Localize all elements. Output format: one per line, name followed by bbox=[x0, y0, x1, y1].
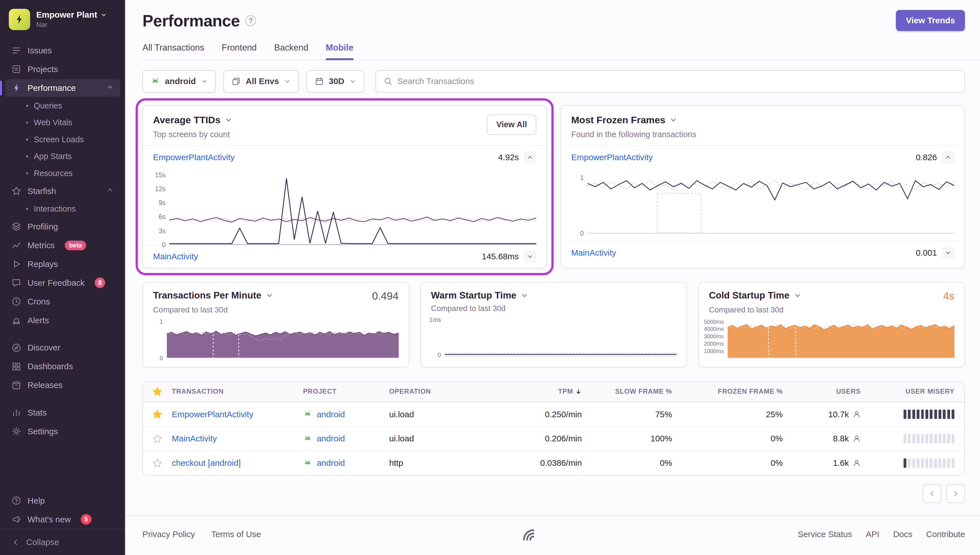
project-link[interactable]: android bbox=[317, 434, 345, 443]
chevron-left-icon bbox=[928, 490, 936, 497]
next-page-button[interactable] bbox=[946, 484, 965, 503]
search-input[interactable] bbox=[397, 76, 957, 86]
megaphone-icon bbox=[11, 514, 21, 525]
transaction-link[interactable]: EmpowerPlantActivity bbox=[172, 409, 254, 419]
y-axis-labels: 15s12s9s6s3s0 bbox=[148, 172, 169, 245]
terms-of-use-link[interactable]: Terms of Use bbox=[211, 529, 261, 539]
project-link[interactable]: android bbox=[317, 409, 345, 419]
tab-backend[interactable]: Backend bbox=[274, 43, 308, 59]
android-icon bbox=[151, 77, 160, 86]
sidebar-item-resources[interactable]: Resources bbox=[0, 165, 125, 181]
transaction-link[interactable]: EmpowerPlantActivity bbox=[153, 152, 235, 162]
sidebar-item-releases[interactable]: Releases bbox=[5, 376, 120, 394]
panel-title-dropdown[interactable]: Average TTIDs bbox=[153, 114, 233, 125]
transaction-summary-row: MainActivity 145.68ms bbox=[143, 245, 546, 268]
transaction-link[interactable]: EmpowerPlantActivity bbox=[571, 152, 653, 162]
contribute-link[interactable]: Contribute bbox=[926, 529, 965, 539]
sidebar-item-web-vitals[interactable]: Web Vitals bbox=[0, 114, 125, 131]
expand-chevron-button[interactable] bbox=[524, 250, 536, 263]
cold-startup-time-panel: Cold Startup Time 4s Compared to last 30… bbox=[698, 282, 965, 367]
sidebar-item-help[interactable]: Help bbox=[5, 492, 120, 510]
sidebar-item-dashboards[interactable]: Dashboards bbox=[5, 358, 120, 375]
panel-title-dropdown[interactable]: Cold Startup Time bbox=[709, 290, 801, 301]
sidebar-collapse-button[interactable]: Collapse bbox=[0, 529, 125, 555]
sidebar-item-screen-loads[interactable]: Screen Loads bbox=[0, 131, 125, 148]
sidebar-item-discover[interactable]: Discover bbox=[5, 339, 120, 357]
tab-all-transactions[interactable]: All Transactions bbox=[142, 43, 204, 59]
column-header-user-misery[interactable]: USER MISERY bbox=[861, 388, 954, 395]
chevron-up-icon bbox=[945, 154, 951, 161]
view-all-button[interactable]: View All bbox=[487, 114, 536, 135]
transaction-link[interactable]: MainActivity bbox=[571, 248, 616, 258]
sidebar-item-alerts[interactable]: Alerts bbox=[5, 311, 120, 329]
user-misery-bars bbox=[861, 459, 954, 468]
expand-chevron-button[interactable] bbox=[942, 247, 954, 259]
tpm-cell: 0.0386/min bbox=[487, 458, 582, 468]
tab-frontend[interactable]: Frontend bbox=[222, 43, 257, 59]
panel-title-dropdown[interactable]: Most Frozen Frames bbox=[571, 114, 696, 125]
column-header-tpm[interactable]: TPM bbox=[487, 388, 582, 395]
user-misery-bars bbox=[861, 434, 954, 443]
org-subtitle: Nar bbox=[36, 21, 108, 29]
column-header-project[interactable]: PROJECT bbox=[303, 388, 389, 395]
column-header-slow-frame[interactable]: SLOW FRAME % bbox=[582, 388, 672, 395]
sidebar-item-projects[interactable]: Projects bbox=[5, 61, 120, 78]
column-header-transaction[interactable]: TRANSACTION bbox=[172, 388, 303, 395]
transaction-link[interactable]: MainActivity bbox=[153, 252, 198, 261]
sidebar-item-whats-new[interactable]: What's new 5 bbox=[5, 511, 120, 528]
date-range-dropdown[interactable]: 30D bbox=[306, 70, 365, 93]
environment-filter-dropdown[interactable]: All Envs bbox=[223, 70, 299, 93]
previous-page-button[interactable] bbox=[922, 484, 941, 503]
star-toggle[interactable] bbox=[143, 434, 172, 444]
panel-title-dropdown[interactable]: Warm Startup Time bbox=[431, 290, 528, 301]
sidebar-item-stats[interactable]: Stats bbox=[5, 404, 120, 422]
project-link[interactable]: android bbox=[317, 458, 345, 468]
column-header-frozen-frame[interactable]: FROZEN FRAME % bbox=[672, 388, 783, 395]
users-cell: 1.6k bbox=[783, 458, 861, 468]
transaction-link[interactable]: checkout [android] bbox=[172, 458, 241, 467]
sort-desc-icon bbox=[575, 388, 582, 395]
sidebar-item-issues[interactable]: Issues bbox=[5, 42, 120, 59]
column-header-users[interactable]: USERS bbox=[783, 388, 861, 395]
collapse-chevron-button[interactable] bbox=[524, 151, 536, 164]
chevron-down-icon bbox=[349, 78, 356, 85]
transaction-summary-row: EmpowerPlantActivity 4.92s bbox=[143, 146, 546, 168]
star-toggle[interactable] bbox=[143, 409, 172, 419]
sidebar-item-replays[interactable]: Replays bbox=[5, 255, 120, 273]
api-link[interactable]: API bbox=[866, 529, 879, 539]
user-misery-bars bbox=[861, 409, 954, 419]
sidebar-item-metrics[interactable]: Metrics beta bbox=[5, 237, 120, 254]
org-switcher[interactable]: Empower Plant Nar bbox=[0, 0, 125, 36]
column-header-operation[interactable]: OPERATION bbox=[389, 388, 487, 395]
slow-frame-cell: 75% bbox=[582, 409, 672, 419]
sidebar-item-interactions[interactable]: Interactions bbox=[0, 201, 125, 217]
y-axis-labels: 1ms0 bbox=[424, 318, 445, 357]
sidebar-item-settings[interactable]: Settings bbox=[5, 423, 120, 440]
sidebar-item-queries[interactable]: Queries bbox=[0, 98, 125, 114]
star-toggle[interactable] bbox=[143, 458, 172, 468]
help-tooltip-icon[interactable]: ? bbox=[245, 15, 256, 26]
panel-subtitle: Compared to last 30d bbox=[421, 301, 686, 313]
panel-title-dropdown[interactable]: Transactions Per Minute bbox=[153, 290, 273, 301]
frozen-frame-cell: 25% bbox=[672, 409, 783, 419]
docs-link[interactable]: Docs bbox=[893, 529, 913, 539]
sidebar-item-user-feedback[interactable]: User Feedback 8 bbox=[5, 274, 120, 292]
content-area: android All Envs 30D bbox=[125, 60, 980, 515]
chevron-down-icon bbox=[521, 292, 528, 299]
sidebar-item-profiling[interactable]: Profiling bbox=[5, 218, 120, 236]
tab-mobile[interactable]: Mobile bbox=[326, 43, 353, 59]
project-filter-dropdown[interactable]: android bbox=[142, 70, 216, 93]
privacy-policy-link[interactable]: Privacy Policy bbox=[142, 529, 195, 539]
view-trends-button[interactable]: View Trends bbox=[896, 10, 965, 31]
star-icon[interactable] bbox=[143, 387, 172, 396]
sidebar-item-starfish[interactable]: Starfish bbox=[5, 182, 120, 200]
transactions-table: TRANSACTION PROJECT OPERATION TPM SLOW F… bbox=[142, 382, 965, 476]
tpm-cell: 0.206/min bbox=[487, 434, 582, 443]
service-status-link[interactable]: Service Status bbox=[797, 529, 852, 539]
sidebar-item-performance[interactable]: Performance bbox=[5, 79, 120, 97]
operation-cell: ui.load bbox=[389, 409, 487, 419]
collapse-chevron-button[interactable] bbox=[942, 151, 954, 164]
sidebar-item-app-starts[interactable]: App Starts bbox=[0, 148, 125, 165]
sidebar-item-crons[interactable]: Crons bbox=[5, 293, 120, 310]
metric-value: 0.494 bbox=[372, 290, 399, 302]
